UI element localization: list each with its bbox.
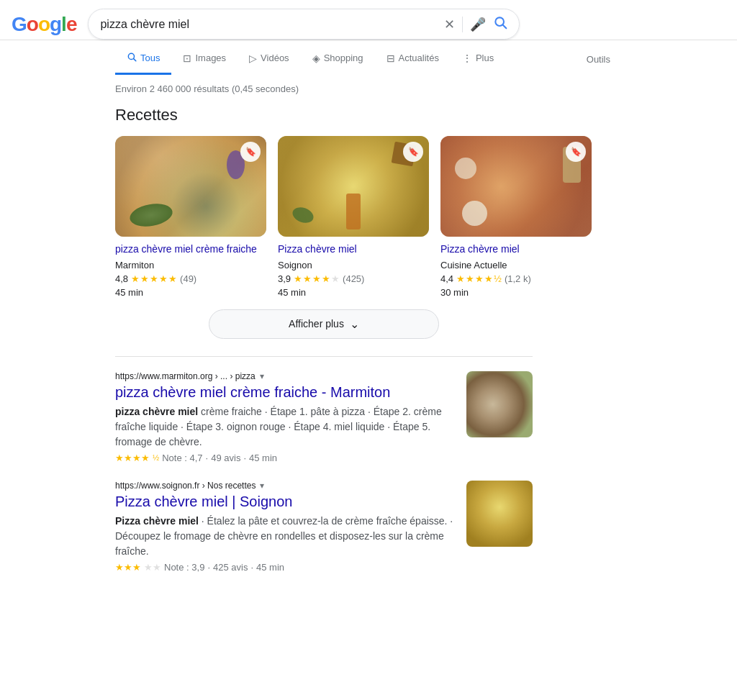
tab-shopping[interactable]: ◈ Shopping <box>301 44 375 75</box>
meta-star-1: ★★★★ <box>115 453 150 463</box>
search-icon[interactable] <box>493 15 507 33</box>
main-content: Environ 2 460 000 résultats (0,45 second… <box>0 83 648 573</box>
meta-time-1: 45 min <box>249 453 277 463</box>
rating-count-3: (1,2 k) <box>505 273 531 284</box>
tab-tous-label: Tous <box>140 53 160 63</box>
recipe-image-1: 🔖 <box>115 136 266 237</box>
web-result-content-1: https://www.marmiton.org › ... › pizza ▾… <box>115 371 455 463</box>
tab-images[interactable]: ⊡ Images <box>171 44 238 75</box>
url-row-2: https://www.soignon.fr › Nos recettes ▾ <box>115 481 455 491</box>
rating-number-2: 3,9 <box>278 273 291 284</box>
recipe-card-2[interactable]: 🔖 Pizza chèvre miel Soignon 3,9 ★ ★ ★ ★ … <box>278 136 429 298</box>
recipe-name-1: pizza chèvre miel crème fraiche <box>115 242 266 257</box>
web-result-desc-2: Pizza chèvre miel · Étalez la pâte et co… <box>115 514 455 559</box>
recettes-title: Recettes <box>115 106 533 124</box>
web-result-2: https://www.soignon.fr › Nos recettes ▾ … <box>115 481 533 573</box>
recipe-card-3[interactable]: 🔖 Pizza chèvre miel Cuisine Actuelle 4,4… <box>440 136 592 298</box>
meta-star-2: ★★★ <box>115 562 141 573</box>
logo-letter-g1: G <box>12 13 27 35</box>
tools-button[interactable]: Outils <box>575 45 622 73</box>
meta-time-2: 45 min <box>256 562 284 573</box>
recipe-image-2: 🔖 <box>278 136 429 237</box>
web-result-image-2 <box>466 481 533 547</box>
recipe-source-1: Marmiton <box>115 260 266 271</box>
separator-1 <box>115 356 533 357</box>
rating-count-2: (425) <box>343 273 364 284</box>
recipe-name-3: Pizza chèvre miel <box>440 242 592 257</box>
search-bar-wrapper: pizza chèvre miel ✕ 🎤 <box>88 9 520 40</box>
recipe-image-3: 🔖 <box>440 136 592 237</box>
clear-icon[interactable]: ✕ <box>444 17 455 32</box>
search-divider <box>462 17 463 32</box>
stars-3: ★ ★ ★ ★ ½ <box>456 273 502 284</box>
afficher-plus-button[interactable]: Afficher plus ⌄ <box>209 309 439 339</box>
search-bar-icons: ✕ 🎤 <box>444 15 507 33</box>
afficher-plus-wrapper: Afficher plus ⌄ <box>115 309 533 339</box>
logo-letter-g2: g <box>50 13 61 35</box>
logo-letter-o2: o <box>38 13 50 35</box>
rating-number-1: 4,8 <box>115 273 128 284</box>
bookmark-icon-2[interactable]: 🔖 <box>403 142 423 162</box>
web-result-1: https://www.marmiton.org › ... › pizza ▾… <box>115 371 533 463</box>
meta-avis-2: 425 avis <box>213 562 248 573</box>
logo-letter-e: e <box>66 13 77 35</box>
recipe-time-3: 30 min <box>440 287 592 298</box>
web-result-meta-2: ★★★★★ Note : 3,9 · 425 avis · 45 min <box>115 562 455 573</box>
svg-line-3 <box>134 59 136 61</box>
web-result-url-1: https://www.marmiton.org › ... › pizza <box>115 371 256 381</box>
recipe-time-2: 45 min <box>278 287 429 298</box>
url-row-1: https://www.marmiton.org › ... › pizza ▾ <box>115 371 455 381</box>
web-result-image-1 <box>466 371 533 437</box>
meta-avis-1: 49 avis <box>211 453 240 463</box>
stars-2: ★ ★ ★ ★ ★ <box>294 273 340 284</box>
web-result-content-2: https://www.soignon.fr › Nos recettes ▾ … <box>115 481 455 573</box>
recipe-name-2: Pizza chèvre miel <box>278 242 429 257</box>
google-logo: Google <box>12 13 76 36</box>
bookmark-icon-3[interactable]: 🔖 <box>566 142 586 162</box>
search-input[interactable]: pizza chèvre miel <box>100 18 438 31</box>
plus-tab-icon: ⋮ <box>462 53 472 64</box>
tab-videos-label: Vidéos <box>261 53 289 63</box>
web-result-meta-1: ★★★★½ Note : 4,7 · 49 avis · 45 min <box>115 453 455 463</box>
chevron-down-icon: ⌄ <box>350 317 359 331</box>
dropdown-icon-2[interactable]: ▾ <box>260 481 264 491</box>
desc-bold-2: Pizza chèvre miel <box>115 515 199 527</box>
bookmark-icon-1[interactable]: 🔖 <box>240 142 261 162</box>
tab-actualites[interactable]: ⊟ Actualités <box>375 44 451 75</box>
recipe-cards: 🔖 pizza chèvre miel crème fraiche Marmit… <box>115 136 533 298</box>
stars-1: ★ ★ ★ ★ ★ <box>131 273 177 284</box>
search-bar: pizza chèvre miel ✕ 🎤 <box>88 9 520 40</box>
tab-plus[interactable]: ⋮ Plus <box>451 44 505 75</box>
mic-icon[interactable]: 🎤 <box>470 17 486 32</box>
svg-line-1 <box>503 25 507 29</box>
shopping-tab-icon: ◈ <box>312 53 320 64</box>
recipe-time-1: 45 min <box>115 287 266 298</box>
afficher-plus-label: Afficher plus <box>289 318 344 329</box>
meta-note-2: Note : 3,9 <box>164 562 204 573</box>
dropdown-icon-1[interactable]: ▾ <box>260 371 264 381</box>
recipe-card-1[interactable]: 🔖 pizza chèvre miel crème fraiche Marmit… <box>115 136 266 298</box>
web-result-title-2[interactable]: Pizza chèvre miel | Soignon <box>115 492 455 511</box>
meta-note-1: Note : 4,7 <box>162 453 202 463</box>
tab-plus-label: Plus <box>476 53 494 63</box>
search-tab-icon <box>127 52 137 64</box>
results-count: Environ 2 460 000 résultats (0,45 second… <box>115 83 533 94</box>
logo-letter-o1: o <box>27 13 38 35</box>
recipe-source-2: Soignon <box>278 260 429 271</box>
tab-videos[interactable]: ▷ Vidéos <box>238 44 301 75</box>
recipe-rating-1: 4,8 ★ ★ ★ ★ ★ (49) <box>115 273 266 284</box>
tab-shopping-label: Shopping <box>324 53 363 63</box>
tab-actualites-label: Actualités <box>399 53 439 63</box>
tab-tous[interactable]: Tous <box>115 43 171 75</box>
web-result-url-2: https://www.soignon.fr › Nos recettes <box>115 481 256 491</box>
web-result-title-1[interactable]: pizza chèvre miel crème fraiche - Marmit… <box>115 383 455 401</box>
images-tab-icon: ⊡ <box>183 53 191 64</box>
tab-images-label: Images <box>195 53 226 63</box>
logo-letter-l: l <box>61 13 66 35</box>
rating-count-1: (49) <box>180 273 196 284</box>
desc-bold-1: pizza chèvre miel <box>115 406 198 417</box>
recipe-rating-2: 3,9 ★ ★ ★ ★ ★ (425) <box>278 273 429 284</box>
header: Google pizza chèvre miel ✕ 🎤 <box>0 0 737 40</box>
nav-tabs: Tous ⊡ Images ▷ Vidéos ◈ Shopping ⊟ Actu… <box>0 43 737 75</box>
web-results: https://www.marmiton.org › ... › pizza ▾… <box>115 371 533 573</box>
